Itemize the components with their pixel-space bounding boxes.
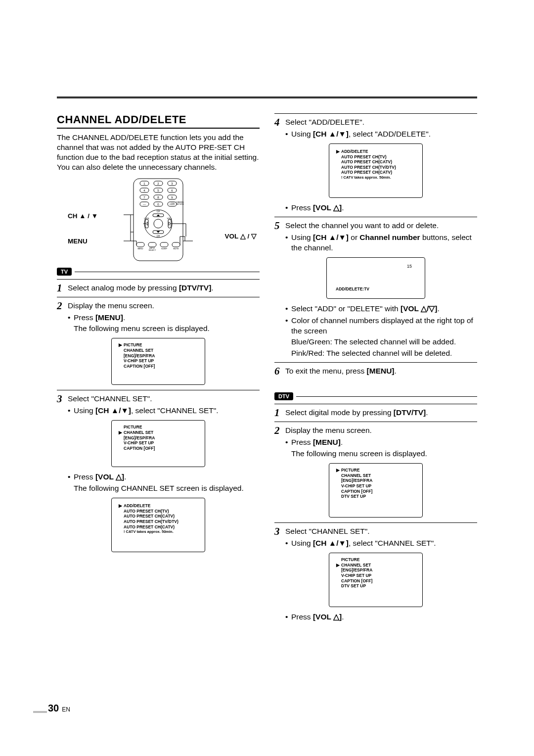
step-number: 5 — [274, 221, 285, 231]
osd-menu-tv: ▶PICTURE CHANNEL SET [ENG]/ESP/FRA V-CHI… — [111, 338, 205, 385]
step-text: Select the channel you want to add or de… — [285, 221, 477, 231]
tv-step-5-sub1: •Using [CH ▲/▼] or Channel number button… — [285, 233, 477, 253]
keycap-ch-arrows: [CH ▲/▼] — [313, 233, 349, 241]
svg-text:MUTE: MUTE — [174, 248, 179, 250]
dtv-mode-badge: DTV — [274, 392, 293, 400]
svg-rect-51 — [148, 242, 156, 247]
step-text: Display the menu screen. — [68, 301, 260, 311]
step-text: Select "CHANNEL SET". — [285, 526, 477, 537]
dtv-step-1: 1 Select digital mode by pressing [DTV/T… — [274, 407, 477, 418]
left-column: CHANNEL ADD/DELETE The CHANNEL ADD/DELET… — [57, 113, 260, 623]
tv-step-6: 6 To exit the menu, press [MENU]. — [274, 365, 477, 377]
page-lang: EN — [62, 706, 70, 713]
step-number: 1 — [57, 283, 68, 293]
keycap-dtv-tv: [DTV/TV] — [179, 284, 211, 292]
keycap-channel-number: Channel number — [359, 233, 420, 241]
step-number: 2 — [274, 425, 285, 436]
badge-line — [296, 396, 477, 397]
tv-step-5: 5 Select the channel you want to add or … — [274, 220, 477, 231]
tv-mode-badge: TV — [57, 268, 72, 276]
section-title: CHANNEL ADD/DELETE — [57, 113, 260, 129]
dtv-step-3-sub1: •Using [CH ▲/▼], select "CHANNEL SET". — [285, 538, 477, 549]
badge-line — [75, 272, 260, 272]
dtv-step-2: 2 Display the menu screen. — [274, 425, 477, 436]
osd-label: ADD/DELETE:TV — [336, 286, 369, 291]
svg-rect-49 — [136, 242, 144, 247]
step-text: Select analog mode by pressing — [68, 284, 179, 292]
tv-step-5-sub3: •Color of channel numbers displayed at t… — [285, 316, 477, 336]
svg-text:—: — — [143, 202, 146, 205]
step-subtext: Pink/Red: The selected channel will be d… — [291, 348, 477, 359]
svg-text:SELECT: SELECT — [149, 249, 156, 251]
step-text: Select "ADD/DELETE". — [285, 117, 477, 128]
label-ch-up-down: CH ▲ / ▼ — [68, 212, 98, 220]
dtv-step-2-sub1: •Press [MENU]. — [285, 437, 477, 448]
osd-add-delete-tv: 15 ADD/DELETE:TV — [326, 257, 425, 299]
page-number-value: 30 — [48, 703, 59, 714]
label-vol-up-down: VOL △ / ▽ — [224, 232, 257, 240]
dtv-badge-row: DTV — [274, 392, 477, 400]
keycap-vol-up: [VOL △] — [95, 472, 124, 481]
step-subtext: The following menu screen is displayed. — [74, 324, 260, 334]
step-number: 3 — [274, 526, 285, 537]
svg-text:+100: +100 — [170, 203, 175, 205]
keycap-ch-arrows: [CH ▲/▼] — [313, 539, 349, 547]
keycap-menu: [MENU] — [367, 367, 395, 375]
svg-text:▽VOL: ▽VOL — [144, 217, 150, 220]
tv-step-4-sub1: •Using [CH ▲/▼], select "ADD/DELETE". — [285, 129, 477, 140]
keycap-vol-up: [VOL △] — [313, 203, 342, 212]
tv-badge-row: TV — [57, 268, 260, 276]
dtv-step-3-sub2: •Press [VOL △]. — [285, 612, 477, 622]
keycap-menu: [MENU] — [313, 438, 341, 446]
label-menu: MENU — [68, 237, 88, 245]
tv-step-5-sub2: •Select "ADD" or "DELETE" with [VOL △/▽]… — [285, 304, 477, 314]
keycap-menu: [MENU] — [95, 313, 123, 322]
intro-paragraph: The CHANNEL ADD/DELETE function lets you… — [57, 133, 260, 173]
osd-channelset-tv-2: ▶ADD/DELETE AUTO PRESET CH(TV) AUTO PRES… — [329, 143, 423, 198]
remote-illustration: CH ▲ / ▼ MENU VOL △ / ▽ 1 2 3 4 5 6 7 8 — [57, 178, 260, 262]
step-number: 3 — [57, 394, 68, 404]
osd-menu-dtv-channelset: PICTURE ▶CHANNEL SET [ENG]/ESP/FRA V-CHI… — [329, 553, 423, 607]
svg-text:CH: CH — [157, 210, 160, 213]
tv-step-3-sub1: •Using [CH ▲/▼], select "CHANNEL SET". — [68, 406, 260, 416]
page-number: 30 EN — [33, 703, 70, 714]
step-subtext: The following menu screen is displayed. — [291, 449, 477, 459]
page-content: CHANNEL ADD/DELETE The CHANNEL ADD/DELET… — [57, 96, 477, 623]
step-number: 1 — [274, 408, 285, 418]
step-number: 4 — [274, 117, 285, 128]
step-number: 2 — [57, 301, 68, 311]
keycap-vol-up-down: [VOL △/▽] — [400, 304, 438, 313]
svg-text:VOL△: VOL△ — [167, 217, 173, 220]
tv-step-4-sub2: •Press [VOL △]. — [285, 203, 477, 213]
right-column: 4 Select "ADD/DELETE". •Using [CH ▲/▼], … — [274, 113, 477, 623]
svg-rect-56 — [172, 242, 180, 247]
svg-point-28 — [154, 219, 163, 228]
keycap-ch-arrows: [CH ▲/▼] — [95, 406, 131, 415]
svg-text:SLEEP: SLEEP — [161, 248, 168, 250]
osd-menu-dtv: ▶PICTURE CHANNEL SET [ENG]/ESP/FRA V-CHI… — [329, 463, 423, 518]
step-subtext: Blue/Green: The selected channel will be… — [291, 337, 477, 347]
keycap-vol-up: [VOL △] — [313, 613, 342, 621]
dtv-step-3: 3 Select "CHANNEL SET". — [274, 525, 477, 537]
remote-svg: 1 2 3 4 5 6 7 8 9 — 0 +100 CHANNEL RE — [124, 178, 193, 261]
tv-step-2-sub1: •Press [MENU]. — [68, 313, 260, 323]
osd-menu-tv-channelset: PICTURE ▶CHANNEL SET [ENG]/ESP/FRA V-CHI… — [111, 420, 205, 467]
svg-text:RETURN: RETURN — [177, 203, 184, 205]
keycap-ch-arrows: [CH ▲/▼] — [313, 130, 349, 138]
tv-step-3: 3 Select "CHANNEL SET". — [57, 393, 260, 404]
svg-text:MENU: MENU — [137, 248, 143, 250]
svg-text:CH: CH — [157, 235, 160, 237]
osd-channel-number: 15 — [407, 264, 412, 269]
tv-step-2: 2 Display the menu screen. — [57, 300, 260, 311]
tv-step-1: 1 Select analog mode by pressing [DTV/TV… — [57, 282, 260, 293]
keycap-dtv-tv: [DTV/TV] — [394, 408, 426, 417]
svg-rect-54 — [160, 242, 168, 247]
step-subtext: The following CHANNEL SET screen is disp… — [74, 483, 260, 494]
step-text: Display the menu screen. — [285, 425, 477, 436]
step-rule — [57, 279, 260, 280]
step-text: Select "CHANNEL SET". — [68, 394, 260, 404]
osd-channelset-tv: ▶ADD/DELETE AUTO PRESET CH(TV) AUTO PRES… — [111, 498, 205, 552]
page-number-bar — [33, 711, 47, 713]
tv-step-4: 4 Select "ADD/DELETE". — [274, 116, 477, 128]
step-number: 6 — [274, 366, 285, 377]
